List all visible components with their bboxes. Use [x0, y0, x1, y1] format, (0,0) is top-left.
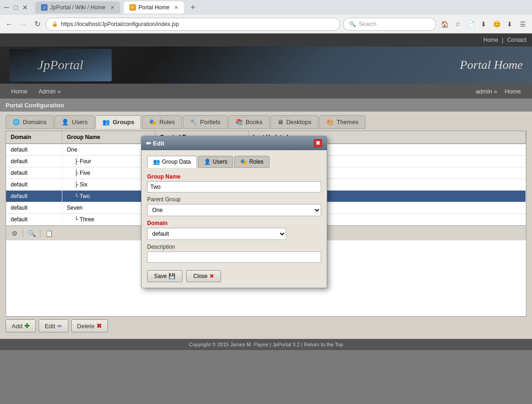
tab-themes-label: Themes: [337, 119, 358, 126]
modal-tab-group-data[interactable]: 👥 Group Data: [147, 156, 197, 168]
cell-domain: default: [6, 214, 62, 225]
tab-domains-label: Domains: [23, 119, 47, 126]
cell-domain: default: [6, 156, 62, 167]
tab-books[interactable]: 📚 Books: [229, 115, 269, 129]
new-tab-button[interactable]: +: [188, 3, 198, 13]
tab2-close-icon[interactable]: ✕: [174, 5, 178, 11]
tab-roles[interactable]: 🎭 Roles: [142, 115, 182, 129]
modal-tab-roles-label: Roles: [249, 159, 263, 165]
tab-users[interactable]: 👤 Users: [54, 115, 94, 129]
modal-tab-group-data-label: Group Data: [162, 159, 191, 165]
close-button[interactable]: Close ✖: [186, 270, 221, 282]
window-minimize-icon[interactable]: ─: [4, 3, 9, 12]
tab2-favicon: P: [129, 4, 136, 11]
group-name-input[interactable]: [147, 181, 321, 192]
tab-books-label: Books: [246, 119, 263, 126]
edit-label: Edit: [45, 323, 55, 330]
parent-group-select[interactable]: — None — One Two Three Four Five Six Sev…: [147, 204, 321, 216]
footer-copyright: Copyright © 2015 James M. Payne | JpPort…: [189, 342, 343, 347]
pocket-icon[interactable]: ⬇: [478, 19, 489, 30]
browser-titlebar: ─ □ ✕ J JpPortal / Wiki / Home ✕ P Porta…: [0, 0, 532, 15]
footer-search-icon[interactable]: 🔍: [27, 229, 36, 238]
app-header: JpPortal Portal Home: [0, 46, 532, 84]
domain-label: Domain: [147, 220, 321, 226]
page-title: Portal Configuration: [6, 102, 64, 109]
edit-button[interactable]: Edit ✏: [39, 319, 68, 332]
window-maximize-icon[interactable]: □: [13, 4, 17, 11]
download-icon[interactable]: ⬇: [504, 19, 515, 30]
nav-admin-link[interactable]: Admin »: [33, 85, 67, 98]
footer-settings-icon[interactable]: ⚙: [10, 229, 19, 238]
users-icon: 👤: [61, 119, 69, 126]
col-domain[interactable]: Domain: [6, 131, 62, 144]
tab1-close-icon[interactable]: ✕: [110, 5, 114, 11]
cell-domain: default: [6, 191, 62, 202]
save-button[interactable]: Save 💾: [147, 270, 182, 282]
tab-portlets[interactable]: 🔧 Portlets: [183, 115, 228, 129]
app-logo-text: JpPortal: [38, 58, 83, 73]
menu-icon[interactable]: ☰: [517, 19, 528, 30]
nav-home-link[interactable]: Home: [6, 85, 33, 98]
domain-select[interactable]: default: [147, 228, 286, 240]
modal-close-button[interactable]: ✖: [314, 139, 322, 147]
books-icon: 📚: [236, 119, 243, 126]
modal-tab-users[interactable]: 👤 Users: [198, 156, 233, 168]
description-input[interactable]: [147, 252, 321, 263]
topbar-home-link[interactable]: Home: [484, 37, 498, 43]
save-icon: 💾: [168, 273, 175, 279]
app-container: Home | Contact JpPortal Portal Home Home…: [0, 33, 532, 350]
modal-close-icon: ✖: [316, 140, 320, 146]
table-wrapper: Domain Group Name Created By Last Update…: [6, 131, 526, 317]
browser-tab-inactive[interactable]: J JpPortal / Wiki / Home ✕: [35, 1, 120, 13]
cell-domain: default: [6, 167, 62, 179]
page-header: Portal Configuration: [0, 99, 532, 112]
tab-users-label: Users: [72, 119, 88, 126]
lock-icon: 🔒: [52, 21, 58, 27]
tab-desktops-label: Desktops: [286, 119, 311, 126]
parent-group-label: Parent Group: [147, 196, 321, 203]
app-topbar: Home | Contact: [0, 33, 532, 46]
home-toolbar-icon[interactable]: 🏠: [439, 19, 450, 30]
profile-icon[interactable]: 😊: [491, 19, 502, 30]
modal-users-icon: 👤: [204, 159, 211, 165]
app-nav: Home Admin » admin » Home: [0, 84, 532, 99]
modal-group-data-icon: 👥: [153, 159, 160, 165]
topbar-contact-link[interactable]: Contact: [507, 37, 526, 43]
bookmark-icon[interactable]: ☆: [452, 19, 463, 30]
tab-portlets-label: Portlets: [200, 119, 221, 126]
address-bar[interactable]: 🔒 https://localhost/JpPortal/configurati…: [46, 18, 340, 31]
add-button[interactable]: Add ✚: [6, 319, 36, 332]
close-label: Close: [193, 273, 208, 279]
browser-tab-active[interactable]: P Portal Home ✕: [124, 1, 184, 13]
back-button[interactable]: ←: [4, 19, 15, 30]
footer-export-icon[interactable]: 📋: [44, 229, 54, 238]
delete-icon: ✖: [96, 322, 102, 330]
delete-button[interactable]: Delete ✖: [71, 319, 108, 332]
modal-tab-roles[interactable]: 🎭 Roles: [234, 156, 269, 168]
forward-button[interactable]: →: [18, 19, 29, 30]
portal-title: Portal Home: [460, 58, 523, 72]
delete-label: Delete: [77, 323, 95, 330]
tab-desktops[interactable]: 🖥 Desktops: [270, 115, 318, 129]
modal-tab-users-label: Users: [213, 159, 227, 165]
add-label: Add: [12, 323, 22, 330]
reload-button[interactable]: ↻: [32, 19, 43, 30]
tab-themes[interactable]: 🎨 Themes: [319, 115, 365, 129]
edit-icon: ✏: [57, 323, 62, 330]
window-close-icon[interactable]: ✕: [22, 4, 28, 11]
browser-toolbar: ← → ↻ 🔒 https://localhost/JpPortal/confi…: [0, 15, 532, 33]
modal-body: 👥 Group Data 👤 Users 🎭 Roles: [141, 150, 327, 288]
search-box[interactable]: 🔍 Search: [343, 18, 436, 31]
topbar-separator: |: [502, 37, 504, 43]
footer-divider-2: [40, 229, 40, 238]
tab-domains[interactable]: 🌐 Domains: [6, 115, 54, 129]
reader-icon[interactable]: 📄: [465, 19, 476, 30]
tab-roles-label: Roles: [159, 119, 175, 126]
groups-icon: 👥: [102, 119, 110, 126]
tab1-favicon: J: [41, 4, 47, 11]
action-bar: Add ✚ Edit ✏ Delete ✖: [6, 317, 526, 335]
footer-divider-1: [23, 229, 23, 238]
nav-home-right-link[interactable]: Home: [499, 85, 526, 98]
tab-groups[interactable]: 👥 Groups: [95, 115, 141, 129]
close-x-icon: ✖: [209, 273, 214, 279]
